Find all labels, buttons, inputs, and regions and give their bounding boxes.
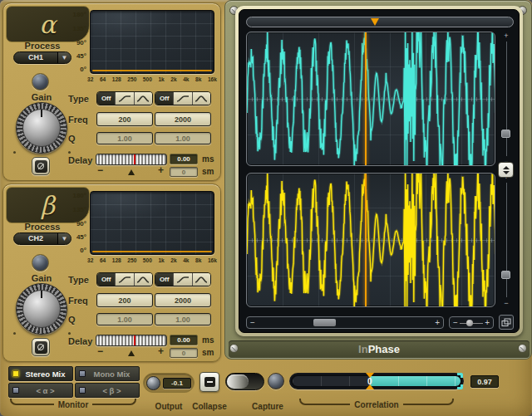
vertical-zoom-beta[interactable]: + − <box>499 173 514 307</box>
shelf-filter-icon[interactable] <box>116 273 134 286</box>
process-channel-select[interactable]: CH1 ▼ <box>13 51 71 64</box>
filter2-type-buttons: Off <box>155 91 211 105</box>
delay-slider[interactable] <box>96 335 167 346</box>
toggle-lever[interactable] <box>227 374 249 389</box>
bell-filter-icon[interactable] <box>135 92 152 105</box>
led-icon <box>79 387 86 394</box>
gain-label: Gain <box>20 92 63 102</box>
vertical-zoom-alpha[interactable]: + − <box>499 32 514 166</box>
shelf-filter-icon[interactable] <box>174 92 192 105</box>
correlation-meter-fill <box>370 376 461 386</box>
waveform-pane-beta[interactable] <box>246 173 495 307</box>
shelf-filter-icon[interactable] <box>116 92 134 105</box>
delay-plus-button[interactable]: + <box>158 345 164 357</box>
waveform-display-bezel: + − + − − + <box>235 6 523 336</box>
phase-response-graph <box>90 191 214 255</box>
freq-tick: 4k <box>183 257 189 263</box>
filter2-off-button[interactable]: Off <box>155 92 174 105</box>
monitor-stereo-mix-button[interactable]: Stereo Mix <box>8 366 73 381</box>
gain-knob[interactable] <box>16 102 67 154</box>
filter1-q-field[interactable]: 1.00 <box>96 132 153 144</box>
horizontal-scrollbar[interactable]: − + <box>246 316 444 329</box>
filter1-freq-field[interactable]: 200 <box>96 112 153 126</box>
slider-thumb[interactable] <box>501 271 510 279</box>
shelf-filter-icon[interactable] <box>174 273 192 286</box>
output-value-field[interactable]: -0.1 <box>163 378 191 389</box>
channel-led-button[interactable] <box>32 254 49 272</box>
filter1-q-field[interactable]: 1.00 <box>96 313 153 325</box>
gain-label: Gain <box>20 273 63 283</box>
zoom-out-button[interactable]: − <box>453 318 458 327</box>
slider-thumb[interactable] <box>501 130 510 138</box>
pane-split-spinner[interactable] <box>498 162 514 178</box>
filter2-off-button[interactable]: Off <box>155 273 174 286</box>
filter2-q-field[interactable]: 1.00 <box>155 132 211 144</box>
delay-ms-field[interactable]: 0.00 <box>170 154 198 164</box>
bell-filter-icon[interactable] <box>193 92 210 105</box>
monitor-mono-mix-button[interactable]: Mono Mix <box>75 366 140 381</box>
phase-tick: 180° <box>72 11 86 18</box>
output-control: -0.1 <box>143 373 195 393</box>
freq-label: Freq <box>68 115 95 125</box>
channel-panel-alpha: α Process CH1 ▼ 180° 135° 90° 45° 0° 32 … <box>2 2 221 181</box>
filter1-off-button[interactable]: Off <box>97 273 116 286</box>
capture-toggle[interactable] <box>225 373 264 390</box>
led-icon <box>12 370 19 377</box>
filter1-off-button[interactable]: Off <box>97 92 116 105</box>
delay-plus-button[interactable]: + <box>158 164 164 176</box>
correlation-end-marker-icon <box>457 384 463 389</box>
correlation-end-marker-icon <box>457 373 463 378</box>
freq-tick: 32 <box>87 257 93 263</box>
process-channel-select[interactable]: CH2 ▼ <box>13 232 71 245</box>
capture-button[interactable] <box>268 373 284 389</box>
filter2-freq-field[interactable]: 2000 <box>155 112 211 126</box>
channel-led-button[interactable] <box>32 73 49 91</box>
output-knob[interactable] <box>146 376 160 390</box>
filter1-type-buttons: Off <box>96 272 153 286</box>
delay-label: Delay <box>68 336 95 346</box>
timeline-overview-bar[interactable] <box>246 17 514 27</box>
correlation-value-field[interactable]: 0.97 <box>470 375 499 388</box>
filter1-freq-field[interactable]: 200 <box>96 293 153 307</box>
filter2-freq-field[interactable]: 2000 <box>155 293 211 307</box>
monitor-beta-button[interactable]: < β > <box>75 383 140 398</box>
phase-invert-button[interactable] <box>32 338 50 356</box>
scroll-right-button[interactable]: + <box>435 318 440 327</box>
zoom-in-button[interactable]: + <box>485 318 490 327</box>
process-label: Process <box>13 222 71 232</box>
gain-knob[interactable] <box>16 283 67 335</box>
delay-minus-button[interactable]: − <box>97 345 103 357</box>
playback-cursor[interactable] <box>365 174 367 306</box>
process-label: Process <box>13 41 71 51</box>
phase-tick: 90° <box>76 39 86 46</box>
delay-minus-button[interactable]: − <box>97 164 103 176</box>
bell-filter-icon[interactable] <box>193 273 210 286</box>
freq-tick: 250 <box>127 76 136 82</box>
q-label: Q <box>68 315 95 325</box>
phase-invert-button[interactable] <box>32 157 50 175</box>
phase-tick: 45° <box>76 233 86 241</box>
fit-view-button[interactable] <box>499 315 514 330</box>
scroll-left-button[interactable]: − <box>250 318 255 327</box>
waveform-pane-alpha[interactable] <box>246 32 495 166</box>
bell-filter-icon[interactable] <box>135 273 152 286</box>
filter2-q-field[interactable]: 1.00 <box>155 313 211 325</box>
zoom-out-button[interactable]: − <box>499 299 514 307</box>
collapse-button[interactable] <box>200 372 219 392</box>
zoom-in-button[interactable]: + <box>499 32 514 40</box>
sm-unit-label: sm <box>202 167 214 176</box>
monitor-alpha-button[interactable]: < α > <box>8 383 73 398</box>
horizontal-zoom-slider[interactable]: − + <box>449 316 494 329</box>
delay-samples-field[interactable]: 0 <box>170 348 198 358</box>
delay-slider[interactable] <box>96 154 167 165</box>
process-channel-value: CH2 <box>14 233 57 244</box>
playback-cursor[interactable] <box>365 32 367 165</box>
timeline-cursor-marker[interactable] <box>371 18 379 26</box>
delay-ms-field[interactable]: 0.00 <box>170 335 198 345</box>
process-channel-value: CH1 <box>14 52 57 63</box>
scrollbar-thumb[interactable] <box>313 319 336 326</box>
delay-samples-field[interactable]: 0 <box>170 167 198 177</box>
correlation-group-label: Correlation <box>350 400 402 409</box>
slider-thumb[interactable] <box>466 320 473 326</box>
ms-unit-label: ms <box>202 335 214 345</box>
